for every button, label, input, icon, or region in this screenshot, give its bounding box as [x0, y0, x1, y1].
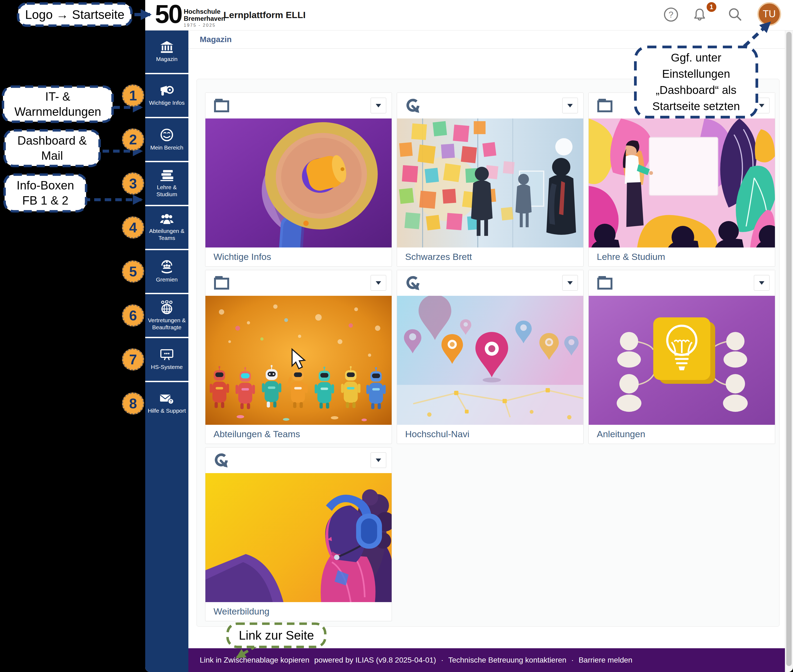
sidebar-item-magazin[interactable]: Magazin [145, 30, 188, 73]
globe-people-icon [160, 300, 174, 314]
footer-separator: · [571, 656, 574, 664]
card-actions-dropdown[interactable] [371, 452, 386, 468]
footer-bar: Link in Zwischenablage kopieren powered … [188, 648, 785, 672]
vertical-scrollbar-thumb[interactable] [786, 32, 791, 666]
card-image-megaphone[interactable] [205, 118, 392, 248]
card-actions-dropdown[interactable] [562, 275, 578, 291]
note-it-warnmeldungen: IT- & Warnmeldungen [2, 85, 114, 123]
sidebar-item-label: Abteilungen & Teams [146, 227, 187, 242]
logo-name-line2: Bremerhaven [184, 15, 225, 22]
note-dashboard-startseite: Ggf. unter Einstellungen „Dashboard“ als… [634, 45, 758, 119]
bank-icon [160, 41, 173, 53]
mail-help-icon: ? [160, 393, 174, 405]
main-navigation-sidebar: Magazin Wichtige Infos Mein Bereich [145, 30, 188, 672]
university-logo[interactable]: 50 Hochschule Bremerhaven 1975 - 2025 [155, 1, 225, 28]
chevron-down-icon [376, 104, 381, 107]
top-bar: 50 Hochschule Bremerhaven 1975 - 2025 Le… [145, 0, 793, 30]
note-dashboard-mail: Dashboard & Mail [3, 129, 101, 167]
card-image-robots[interactable] [205, 296, 392, 425]
card-hochschul-navi: Hochschul-Navi [397, 270, 583, 444]
sidebar-item-label: Gremien [146, 276, 187, 283]
step-badge-8: 8 [122, 392, 144, 414]
card-image-presentation[interactable] [589, 118, 775, 248]
card-image-lightbulb[interactable] [589, 296, 775, 425]
footer-copy-permalink[interactable]: Link in Zwischenablage kopieren [200, 656, 309, 664]
folder-icon [597, 98, 614, 113]
sidebar-item-label: Vertretungen & Beauftragte [146, 317, 187, 331]
card-actions-dropdown[interactable] [371, 98, 386, 114]
card-image-sticky-notes[interactable] [397, 118, 583, 248]
logo-name-line1: Hochschule [184, 8, 225, 15]
sidebar-item-mein-bereich[interactable]: Mein Bereich [145, 117, 188, 161]
monitor-icon [160, 349, 174, 361]
chevron-down-icon [567, 281, 573, 285]
card-title-link[interactable]: Hochschul-Navi [405, 429, 469, 439]
card-image-map-pins[interactable] [397, 296, 583, 425]
card-abteilungen-teams: Abteilungen & Teams [205, 270, 392, 444]
sidebar-item-lehre-studium[interactable]: Lehre & Studium [145, 161, 188, 205]
help-icon[interactable]: ? [663, 7, 679, 22]
svg-text:?: ? [170, 399, 172, 403]
card-schwarzes-brett: Schwarzes Brett [397, 93, 583, 267]
step-badge-7: 7 [122, 349, 144, 371]
link-icon [405, 98, 421, 114]
footer-powered-by[interactable]: powered by ILIAS (v9.8 2025-04-01) [314, 656, 436, 664]
card-title-link[interactable]: Weiterbildung [213, 606, 269, 617]
sidebar-item-label: Hilfe & Support [146, 407, 187, 414]
step-badge-6: 6 [122, 304, 144, 326]
svg-text:?: ? [668, 10, 673, 19]
link-icon [405, 275, 421, 291]
chevron-down-icon [759, 281, 764, 285]
note-logo-startseite: Logo → Startseite [17, 2, 133, 27]
search-icon[interactable] [728, 7, 743, 22]
card-title-link[interactable]: Lehre & Studium [597, 251, 665, 262]
card-title-link[interactable]: Wichtige Infos [213, 251, 271, 262]
step-badge-4: 4 [122, 216, 144, 238]
card-image-headphones-person[interactable] [205, 473, 392, 602]
card-actions-dropdown[interactable] [562, 98, 578, 114]
folder-icon [597, 275, 614, 290]
sidebar-item-wichtige-infos[interactable]: Wichtige Infos [145, 73, 188, 117]
sidebar-item-label: Wichtige Infos [146, 99, 187, 106]
committee-icon [160, 260, 174, 274]
folder-icon [213, 98, 230, 113]
card-actions-dropdown[interactable] [754, 275, 769, 291]
card-wichtige-infos: Wichtige Infos [205, 93, 392, 267]
step-badge-5: 5 [122, 261, 144, 283]
people-icon [160, 214, 174, 225]
notification-badge: 1 [706, 2, 716, 12]
footer-report-barrier[interactable]: Barriere melden [579, 656, 633, 664]
folder-icon [213, 275, 230, 290]
sidebar-item-hilfe-support[interactable]: ? Hilfe & Support [145, 381, 188, 425]
note-link-zur-seite: Link zur Seite [226, 622, 327, 648]
logo-50: 50 [155, 1, 182, 27]
vertical-scrollbar-track[interactable] [785, 30, 793, 672]
breadcrumb[interactable]: Magazin [200, 35, 232, 44]
chevron-down-icon [759, 104, 764, 107]
step-badge-1: 1 [122, 85, 144, 107]
card-title-link[interactable]: Schwarzes Brett [405, 251, 472, 262]
sidebar-item-gremien[interactable]: Gremien [145, 249, 188, 293]
sidebar-item-vertretungen-beauftragte[interactable]: Vertretungen & Beauftragte [145, 293, 188, 337]
footer-separator: · [441, 656, 444, 664]
sidebar-item-label: Magazin [146, 56, 187, 62]
sidebar-item-abteilungen-teams[interactable]: Abteilungen & Teams [145, 205, 188, 249]
footer-support-contact[interactable]: Technische Betreuung kontaktieren [448, 656, 566, 664]
card-title-link[interactable]: Anleitungen [597, 429, 646, 439]
note-infoboxen-fb: Info-Boxen FB 1 & 2 [3, 173, 87, 213]
notifications-bell-icon[interactable] [692, 7, 707, 22]
card-title-link[interactable]: Abteilungen & Teams [213, 429, 300, 439]
chevron-down-icon [567, 104, 573, 107]
card-anleitungen: Anleitungen [588, 270, 775, 444]
card-actions-dropdown[interactable] [371, 275, 386, 291]
smiley-icon [160, 128, 173, 142]
sidebar-item-hs-systeme[interactable]: HS-Systeme [145, 337, 188, 381]
chevron-down-icon [376, 281, 381, 285]
user-avatar[interactable]: TU [758, 2, 781, 26]
megaphone-icon [160, 85, 174, 97]
card-weiterbildung: Weiterbildung [205, 447, 392, 621]
sidebar-item-label: Lehre & Studium [146, 184, 187, 198]
logo-years: 1975 - 2025 [184, 23, 225, 28]
page-title: Lernplattform ELLI [223, 10, 306, 20]
books-icon [160, 170, 174, 181]
